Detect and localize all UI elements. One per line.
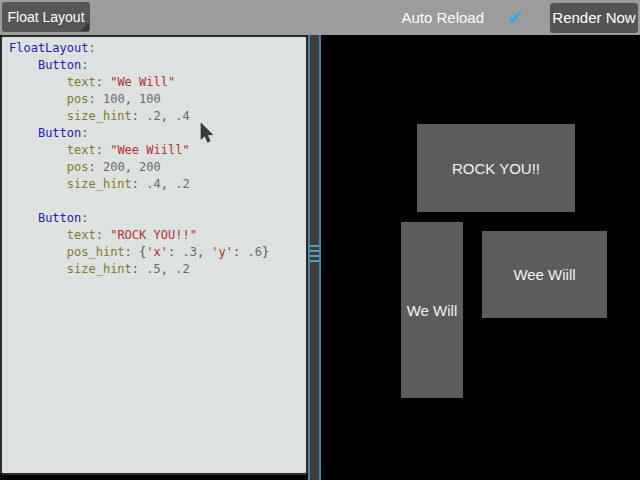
layout-spinner-label: Float Layout [7, 9, 84, 25]
preview-button-rock-you[interactable]: ROCK YOU!! [417, 124, 575, 212]
code-line: size_hint: .4, .2 [9, 176, 299, 193]
render-now-label: Render Now [552, 9, 635, 26]
preview-button-we-will[interactable]: We Will [401, 222, 463, 398]
panel-splitter-handle[interactable] [308, 35, 321, 480]
kv-code-editor[interactable]: FloatLayout: Button: text: "We Will" pos… [0, 35, 308, 475]
render-now-button[interactable]: Render Now [550, 3, 638, 33]
render-preview-area: ROCK YOU!!Wee WiillWe Will [321, 35, 640, 480]
code-line: pos_hint: {'x': .3, 'y': .6} [9, 244, 299, 261]
code-line: pos: 100, 100 [9, 91, 299, 108]
preview-button-wee-wiill[interactable]: Wee Wiill [482, 231, 607, 318]
auto-reload-checkbox[interactable]: ✔ [502, 5, 528, 31]
splitter-grip-icon [310, 245, 319, 262]
topbar-right-group: Auto Reload ✔ Render Now [401, 0, 638, 35]
code-line: text: "ROCK YOU!!" [9, 227, 299, 244]
code-line: text: "We Will" [9, 74, 299, 91]
auto-reload-label: Auto Reload [401, 9, 484, 26]
code-line [9, 193, 299, 210]
layout-spinner[interactable]: Float Layout [2, 2, 90, 32]
action-bar: Float Layout Auto Reload ✔ Render Now [0, 0, 640, 35]
code-line: Button: [9, 210, 299, 227]
code-line: Button: [9, 125, 299, 142]
code-line: Button: [9, 57, 299, 74]
spinner-dropdown-triangle-icon [80, 22, 89, 31]
code-line: FloatLayout: [9, 40, 299, 57]
code-line: size_hint: .2, .4 [9, 108, 299, 125]
code-line: size_hint: .5, .2 [9, 261, 299, 278]
code-line: text: "Wee Wiill" [9, 142, 299, 159]
code-line: pos: 200, 200 [9, 159, 299, 176]
checkmark-icon: ✔ [506, 7, 524, 28]
